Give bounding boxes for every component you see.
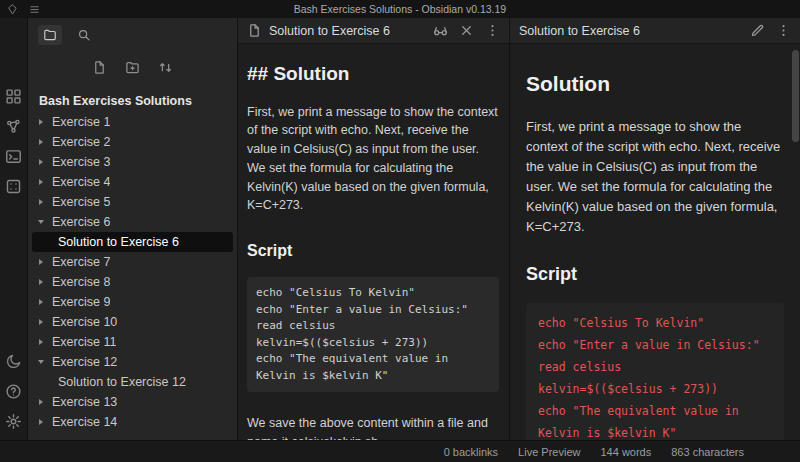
collapse-icon[interactable] bbox=[39, 199, 52, 205]
tree-item-label: Exercise 11 bbox=[52, 335, 116, 349]
collapse-icon[interactable] bbox=[39, 359, 52, 365]
editor-mode-label[interactable]: Live Preview bbox=[518, 446, 580, 458]
code-line: echo "Celsius To Kelvin" bbox=[538, 313, 772, 335]
tree-item-exercise-1[interactable]: Exercise 1 bbox=[32, 112, 233, 132]
collapse-icon[interactable] bbox=[39, 319, 52, 325]
collapse-icon[interactable] bbox=[39, 279, 52, 285]
menu-icon[interactable] bbox=[29, 4, 40, 15]
editor-heading-solution: ## Solution bbox=[247, 60, 499, 89]
tree-item-label: Exercise 3 bbox=[52, 155, 110, 169]
preview-pane-title: Solution to Exercise 6 bbox=[519, 24, 640, 38]
tree-item-exercise-3[interactable]: Exercise 3 bbox=[32, 152, 233, 172]
tree-item-solution-to-exercise-12[interactable]: Solution to Exercise 12 bbox=[32, 372, 233, 392]
search-tab[interactable] bbox=[72, 25, 96, 45]
explorer-actions bbox=[28, 52, 237, 82]
tree-item-label: Exercise 12 bbox=[52, 355, 117, 369]
code-line: echo "The equivalent value in Kelvin is … bbox=[538, 401, 772, 440]
tree-item-exercise-7[interactable]: Exercise 7 bbox=[32, 252, 233, 272]
tree-item-exercise-6[interactable]: Exercise 6 bbox=[32, 212, 233, 232]
tree-item-exercise-14[interactable]: Exercise 14 bbox=[32, 412, 233, 432]
collapse-icon[interactable] bbox=[39, 219, 52, 225]
code-line: read celsius bbox=[538, 357, 772, 379]
random-note-icon[interactable] bbox=[5, 178, 22, 195]
tree-item-label: Exercise 5 bbox=[52, 195, 110, 209]
new-note-icon[interactable] bbox=[92, 60, 107, 75]
quick-switcher-icon[interactable] bbox=[5, 88, 22, 105]
collapse-icon[interactable] bbox=[39, 419, 52, 425]
graph-view-icon[interactable] bbox=[5, 118, 22, 135]
tree-item-label: Exercise 13 bbox=[52, 395, 117, 409]
reading-view-icon[interactable] bbox=[433, 23, 448, 38]
ribbon bbox=[0, 18, 28, 440]
window-title: Bash Exercises Solutions - Obsidian v0.1… bbox=[0, 3, 800, 15]
editor-pane-title: Solution to Exercise 6 bbox=[269, 24, 390, 38]
collapse-icon[interactable] bbox=[39, 119, 52, 125]
note-icon bbox=[247, 23, 262, 38]
tree-item-exercise-9[interactable]: Exercise 9 bbox=[32, 292, 233, 312]
scrollbar-thumb[interactable] bbox=[792, 50, 799, 142]
tree-item-solution-to-exercise-6[interactable]: Solution to Exercise 6 bbox=[32, 232, 233, 252]
sort-icon[interactable] bbox=[158, 60, 173, 75]
tree-item-label: Exercise 9 bbox=[52, 295, 110, 309]
tree-item-label: Solution to Exercise 6 bbox=[58, 235, 179, 249]
tree-item-exercise-10[interactable]: Exercise 10 bbox=[32, 312, 233, 332]
editor-content[interactable]: ## Solution First, we print a message to… bbox=[238, 44, 509, 440]
more-options-icon[interactable] bbox=[485, 23, 500, 38]
editor-pane: Solution to Exercise 6 ## Solution bbox=[238, 18, 510, 440]
tree-item-label: Exercise 1 bbox=[52, 115, 110, 129]
tree-item-exercise-2[interactable]: Exercise 2 bbox=[32, 132, 233, 152]
code-line: echo "Celsius To Kelvin" bbox=[256, 285, 490, 302]
character-count: 863 characters bbox=[671, 446, 744, 458]
file-explorer-tab[interactable] bbox=[38, 25, 62, 45]
tree-item-label: Exercise 8 bbox=[52, 275, 110, 289]
new-folder-icon[interactable] bbox=[125, 60, 140, 75]
more-options-icon[interactable] bbox=[776, 23, 791, 38]
titlebar: Bash Exercises Solutions - Obsidian v0.1… bbox=[0, 0, 800, 18]
close-icon[interactable] bbox=[459, 23, 474, 38]
tree-item-exercise-4[interactable]: Exercise 4 bbox=[32, 172, 233, 192]
editor-paragraph: We save the above content within a file … bbox=[247, 414, 499, 440]
theme-toggle-icon[interactable] bbox=[5, 353, 22, 370]
preview-pane-header[interactable]: Solution to Exercise 6 bbox=[510, 18, 800, 44]
app-icon bbox=[7, 4, 18, 15]
folder-icon bbox=[43, 28, 57, 42]
preview-heading-solution: Solution bbox=[526, 68, 784, 101]
settings-icon[interactable] bbox=[5, 413, 22, 430]
tree-item-exercise-11[interactable]: Exercise 11 bbox=[32, 332, 233, 352]
tree-item-label: Exercise 14 bbox=[52, 415, 117, 429]
collapse-icon[interactable] bbox=[39, 159, 52, 165]
sidebar: Bash Exercises Solutions Exercise 1 Exer… bbox=[28, 18, 238, 440]
preview-paragraph: First, we print a message to show the co… bbox=[526, 117, 784, 238]
collapse-icon[interactable] bbox=[39, 139, 52, 145]
help-icon[interactable] bbox=[5, 383, 22, 400]
vault-title[interactable]: Bash Exercises Solutions bbox=[32, 90, 233, 112]
editor-pane-header[interactable]: Solution to Exercise 6 bbox=[238, 18, 509, 44]
code-line: echo "Enter a value in Celsius:" bbox=[538, 335, 772, 357]
collapse-icon[interactable] bbox=[39, 339, 52, 345]
file-tree: Bash Exercises Solutions Exercise 1 Exer… bbox=[28, 82, 237, 440]
tree-item-exercise-13[interactable]: Exercise 13 bbox=[32, 392, 233, 412]
edit-icon[interactable] bbox=[750, 23, 765, 38]
collapse-icon[interactable] bbox=[39, 299, 52, 305]
preview-content: Solution First, we print a message to sh… bbox=[510, 44, 800, 440]
command-palette-icon[interactable] bbox=[5, 148, 22, 165]
tree-item-exercise-8[interactable]: Exercise 8 bbox=[32, 272, 233, 292]
editor-code-block: echo "Celsius To Kelvin" echo "Enter a v… bbox=[247, 277, 499, 392]
backlinks-count[interactable]: 0 backlinks bbox=[444, 446, 498, 458]
collapse-icon[interactable] bbox=[39, 179, 52, 185]
code-line: read celsius bbox=[256, 318, 490, 335]
code-line: echo "Enter a value in Celsius:" bbox=[256, 302, 490, 319]
preview-code-block: echo "Celsius To Kelvin" echo "Enter a v… bbox=[526, 303, 784, 440]
tree-item-exercise-12[interactable]: Exercise 12 bbox=[32, 352, 233, 372]
collapse-icon[interactable] bbox=[39, 399, 52, 405]
tree-item-label: Exercise 4 bbox=[52, 175, 110, 189]
tree-item-exercise-5[interactable]: Exercise 5 bbox=[32, 192, 233, 212]
obsidian-window: Bash Exercises Solutions - Obsidian v0.1… bbox=[0, 0, 800, 462]
editor-heading-script: Script bbox=[247, 239, 499, 263]
preview-pane: Solution to Exercise 6 Solution First, w… bbox=[510, 18, 800, 440]
collapse-icon[interactable] bbox=[39, 259, 52, 265]
status-bar: 0 backlinks Live Preview 144 words 863 c… bbox=[0, 440, 800, 462]
tree-item-label: Exercise 2 bbox=[52, 135, 110, 149]
code-line: echo "The equivalent value in Kelvin is … bbox=[256, 351, 490, 384]
tree-item-label: Exercise 10 bbox=[52, 315, 117, 329]
